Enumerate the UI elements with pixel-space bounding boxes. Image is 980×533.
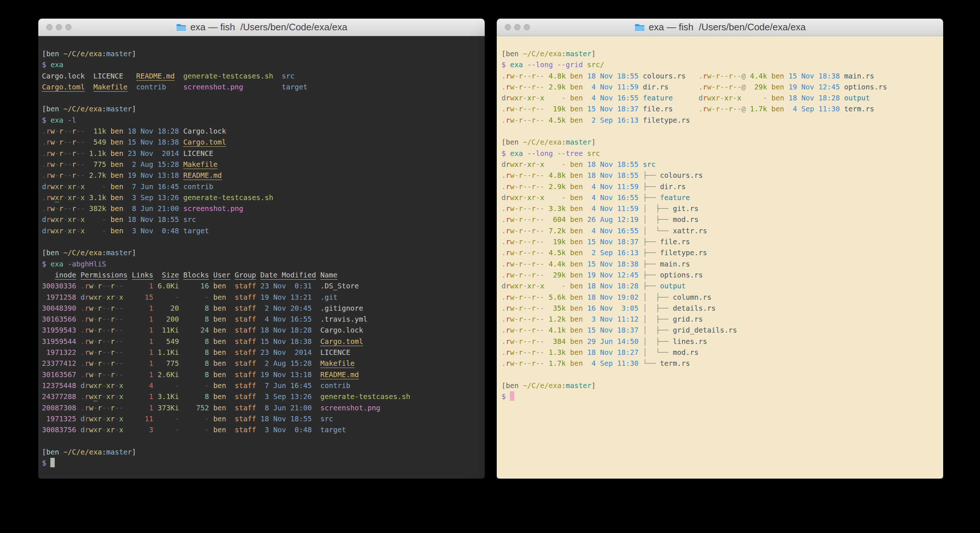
terminal-line — [42, 93, 481, 104]
terminal-line: $ exa --long --tree src — [501, 148, 940, 159]
terminal-line: 30083756 drwxr-xr-x 3 - - ben staff 3 No… — [42, 424, 481, 436]
terminal-line: .rw-r--r-- 11k ben 18 Nov 18:28 Cargo.lo… — [42, 126, 481, 137]
terminal-line: 31959543 .rw-r--r-- 1 11Ki 24 ben staff … — [42, 325, 481, 336]
terminal-line: [ben ~/C/e/exa:master] — [501, 49, 940, 59]
terminal-cursor — [50, 458, 55, 467]
terminal-window-dark: exa — fish /Users/ben/Code/exa/exa [ben … — [38, 19, 485, 479]
terminal-screen-dark[interactable]: [ben ~/C/e/exa:master]$ exaCargo.lock LI… — [38, 36, 485, 479]
terminal-line — [501, 126, 940, 137]
terminal-line: drwxr-xr-x - ben 18 Nov 18:55 src — [501, 159, 940, 170]
terminal-line: drwxr-xr-x - ben 4 Nov 16:55 feature drw… — [501, 93, 940, 104]
terminal-line: [ben ~/C/e/exa:master] — [42, 104, 481, 115]
folder-icon — [634, 23, 645, 31]
terminal-window-light: exa — fish /Users/ben/Code/exa/exa [ben … — [497, 19, 943, 479]
terminal-line: .rw-r--r-- 35k ben 16 Nov 3:05 │ ├── det… — [501, 303, 940, 314]
terminal-line: .rw-r--r-- 1.1k ben 23 Nov 2014 LICENCE — [42, 148, 481, 159]
close-button[interactable] — [505, 24, 511, 30]
folder-icon — [176, 23, 187, 31]
terminal-line: .rw-r--r-- 549 ben 15 Nov 18:38 Cargo.to… — [42, 137, 481, 148]
terminal-line — [42, 236, 481, 247]
terminal-line: .rw-r--r-- 384 ben 29 Jun 14:50 │ ├── li… — [501, 336, 940, 347]
terminal-line: .rw-r--r-- 19k ben 15 Nov 18:37 file.rs … — [501, 104, 940, 115]
terminal-line — [42, 436, 481, 447]
terminal-line: .rwxr-xr-x 3.1k ben 3 Sep 13:26 generate… — [42, 192, 481, 203]
terminal-line: drwxr-xr-x - ben 4 Nov 16:55 ├── feature — [501, 192, 940, 203]
terminal-line: $ exa -abghHliS — [42, 259, 481, 270]
terminal-line: $ — [501, 391, 940, 402]
terminal-line: .rw-r--r-- 4.5k ben 2 Sep 16:13 filetype… — [501, 115, 940, 126]
terminal-line: [ben ~/C/e/exa:master] — [501, 380, 940, 391]
terminal-line: .rw-r--r-- 2.9k ben 4 Nov 11:59 dir.rs .… — [501, 82, 940, 93]
close-button[interactable] — [46, 24, 52, 30]
terminal-line: .rw-r--r-- 4.8k ben 18 Nov 18:55 colours… — [501, 71, 940, 82]
window-title: exa — fish /Users/ben/Code/exa/exa — [649, 22, 806, 33]
window-title: exa — fish /Users/ben/Code/exa/exa — [190, 22, 348, 33]
titlebar[interactable]: exa — fish /Users/ben/Code/exa/exa — [497, 19, 943, 36]
terminal-line: .rw-r--r-- 4.8k ben 18 Nov 18:55 ├── col… — [501, 170, 940, 181]
terminal-line: 30048390 .rw-r--r-- 1 20 8 ben staff 2 N… — [42, 303, 481, 314]
terminal-line: [ben ~/C/e/exa:master] — [501, 137, 940, 148]
terminal-line: inode Permissions Links Size Blocks User… — [42, 270, 481, 281]
terminal-line: .rw-r--r-- 382k ben 8 Jun 21:00 screensh… — [42, 203, 481, 214]
zoom-button[interactable] — [65, 24, 72, 30]
terminal-line: 23377412 .rw-r--r-- 1 775 8 ben staff 2 … — [42, 358, 481, 369]
terminal-line: .rw-r--r-- 4.5k ben 2 Sep 16:13 ├── file… — [501, 247, 940, 259]
terminal-line — [501, 369, 940, 380]
zoom-button[interactable] — [524, 24, 530, 30]
terminal-line: .rw-r--r-- 775 ben 2 Aug 15:28 Makefile — [42, 159, 481, 170]
terminal-line: .rw-r--r-- 1.7k ben 4 Sep 11:30 └── term… — [501, 358, 940, 369]
terminal-line: 30030336 .rw-r--r-- 1 6.0Ki 16 ben staff… — [42, 281, 481, 292]
terminal-line: $ exa — [42, 59, 481, 70]
titlebar[interactable]: exa — fish /Users/ben/Code/exa/exa — [38, 19, 485, 36]
terminal-line: .rw-r--r-- 7.2k ben 4 Nov 16:55 │ └── xa… — [501, 226, 940, 236]
terminal-line: .rw-r--r-- 5.6k ben 18 Nov 19:02 │ ├── c… — [501, 292, 940, 303]
traffic-lights — [46, 19, 72, 36]
desktop: { "titlebar": {"title": "exa — fish /Use… — [0, 0, 980, 533]
terminal-line: .rw-r--r-- 3.3k ben 4 Nov 11:59 │ ├── gi… — [501, 203, 940, 214]
terminal-line: Cargo.toml Makefile contrib screenshot.p… — [42, 82, 481, 93]
terminal-line: [ben ~/C/e/exa:master] — [42, 49, 481, 59]
minimize-button[interactable] — [56, 24, 62, 30]
terminal-line: .rw-r--r-- 2.7k ben 19 Nov 13:18 README.… — [42, 170, 481, 181]
terminal-screen-light[interactable]: [ben ~/C/e/exa:master]$ exa --long --gri… — [497, 36, 943, 479]
terminal-line: .rw-r--r-- 2.9k ben 4 Nov 11:59 ├── dir.… — [501, 182, 940, 192]
terminal-line: Cargo.lock LICENCE README.md generate-te… — [42, 71, 481, 82]
terminal-line: 1971258 drwxr-xr-x 15 - - ben staff 19 N… — [42, 292, 481, 303]
terminal-line: drwxr-xr-x - ben 18 Nov 18:55 src — [42, 214, 481, 225]
terminal-line: .rw-r--r-- 29k ben 19 Nov 12:45 ├── opti… — [501, 270, 940, 281]
terminal-line: $ — [42, 458, 481, 469]
terminal-line: 30163567 .rw-r--r-- 1 2.6Ki 8 ben staff … — [42, 369, 481, 380]
terminal-line: drwxr-xr-x - ben 7 Jun 16:45 contrib — [42, 182, 481, 192]
terminal-line: 24377288 .rwxr-xr-x 1 3.1Ki 8 ben staff … — [42, 391, 481, 402]
terminal-line: .rw-r--r-- 1.3k ben 18 Nov 18:27 │ └── m… — [501, 347, 940, 358]
terminal-line: $ exa --long --grid src/ — [501, 59, 940, 70]
terminal-line: $ exa -l — [42, 115, 481, 126]
terminal-line: [ben ~/C/e/exa:master] — [42, 447, 481, 458]
terminal-line: 31959544 .rw-r--r-- 1 549 8 ben staff 15… — [42, 336, 481, 347]
terminal-line: .rw-r--r-- 1.2k ben 3 Nov 11:12 │ ├── gr… — [501, 314, 940, 325]
terminal-line: [ben ~/C/e/exa:master] — [42, 247, 481, 259]
terminal-line: .rw-r--r-- 4.1k ben 15 Nov 18:37 │ ├── g… — [501, 325, 940, 336]
terminal-line: 1971322 .rw-r--r-- 1 1.1Ki 8 ben staff 2… — [42, 347, 481, 358]
terminal-line: 30163566 .rw-r--r-- 1 200 8 ben staff 4 … — [42, 314, 481, 325]
traffic-lights — [505, 19, 530, 36]
terminal-line: drwxr-xr-x - ben 3 Nov 0:48 target — [42, 226, 481, 236]
terminal-line: 12375448 drwxr-xr-x 4 - - ben staff 7 Ju… — [42, 380, 481, 391]
terminal-line: .rw-r--r-- 19k ben 15 Nov 18:37 ├── file… — [501, 236, 940, 247]
minimize-button[interactable] — [514, 24, 520, 30]
terminal-line: 20087308 .rw-r--r-- 1 373Ki 752 ben staf… — [42, 403, 481, 413]
terminal-line: drwxr-xr-x - ben 18 Nov 18:28 ├── output — [501, 281, 940, 292]
terminal-line: 1971325 drwxr-xr-x 11 - - ben staff 18 N… — [42, 413, 481, 424]
terminal-line: .rw-r--r-- 4.4k ben 15 Nov 18:38 ├── mai… — [501, 259, 940, 270]
terminal-cursor — [510, 391, 514, 401]
terminal-line: .rw-r--r-- 604 ben 26 Aug 12:19 │ ├── mo… — [501, 214, 940, 225]
